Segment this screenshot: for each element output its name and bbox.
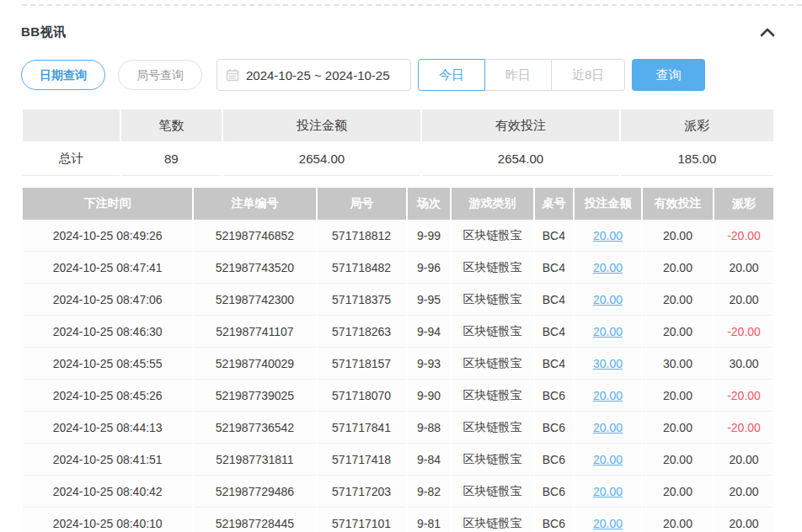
cell-session: 9-81 bbox=[408, 508, 451, 532]
summary-count: 89 bbox=[121, 141, 222, 176]
cell-table-id: BC4 bbox=[535, 316, 574, 348]
col-session: 场次 bbox=[408, 188, 451, 220]
cell-bet-time: 2024-10-25 08:49:26 bbox=[23, 220, 192, 252]
cell-bet-time: 2024-10-25 08:45:55 bbox=[23, 348, 192, 380]
cell-game-type: 区块链骰宝 bbox=[452, 476, 532, 508]
cell-valid-bet: 20.00 bbox=[643, 220, 713, 252]
cell-game-type: 区块链骰宝 bbox=[452, 252, 532, 284]
round-query-tab[interactable]: 局号查询 bbox=[118, 60, 202, 90]
table-row: 2024-10-25 08:44:13521987736542571717841… bbox=[23, 412, 773, 444]
date-query-tab[interactable]: 日期查询 bbox=[21, 60, 105, 90]
cell-payout: -20.00 bbox=[714, 412, 773, 444]
quick-range-group: 今日 昨日 近8日 bbox=[418, 59, 625, 91]
page-title: BB视讯 bbox=[21, 24, 67, 40]
cell-game-type: 区块链骰宝 bbox=[452, 220, 532, 252]
bet-amount-link[interactable]: 20.00 bbox=[593, 485, 623, 498]
summary-col-valid-bet: 有效投注 bbox=[422, 109, 619, 141]
collapse-button[interactable] bbox=[760, 28, 775, 37]
cell-table-id: BC4 bbox=[535, 284, 574, 316]
cell-bet-amount: 20.00 bbox=[575, 284, 641, 316]
tab-yesterday[interactable]: 昨日 bbox=[484, 59, 552, 91]
summary-col-bet-amount: 投注金额 bbox=[223, 109, 420, 141]
cell-session: 9-93 bbox=[408, 348, 451, 380]
cell-round-id: 571717101 bbox=[318, 508, 406, 532]
bet-amount-link[interactable]: 20.00 bbox=[593, 453, 623, 466]
cell-payout: -20.00 bbox=[714, 316, 773, 348]
bet-amount-link[interactable]: 20.00 bbox=[593, 293, 623, 306]
table-row: 2024-10-25 08:49:26521987746852571718812… bbox=[23, 220, 773, 252]
cell-round-id: 571718157 bbox=[318, 348, 406, 380]
table-row: 2024-10-25 08:47:41521987743520571718482… bbox=[23, 252, 773, 284]
records-body: 2024-10-25 08:49:26521987746852571718812… bbox=[23, 220, 773, 532]
bet-amount-link[interactable]: 20.00 bbox=[593, 421, 623, 434]
calendar-icon bbox=[226, 68, 239, 82]
bet-amount-link[interactable]: 20.00 bbox=[593, 229, 623, 242]
col-bet-amount: 投注金额 bbox=[575, 188, 641, 220]
cell-session: 9-99 bbox=[408, 220, 451, 252]
summary-total-label: 总计 bbox=[23, 141, 120, 176]
table-row: 2024-10-25 08:41:51521987731811571717418… bbox=[23, 444, 773, 476]
cell-bet-amount: 20.00 bbox=[575, 316, 641, 348]
cell-round-id: 571717418 bbox=[318, 444, 406, 476]
cell-round-id: 571717841 bbox=[318, 412, 406, 444]
col-order-id: 注单编号 bbox=[194, 188, 315, 220]
cell-valid-bet: 20.00 bbox=[643, 252, 713, 284]
bet-amount-link[interactable]: 20.00 bbox=[593, 325, 623, 338]
cell-bet-time: 2024-10-25 08:40:42 bbox=[23, 476, 192, 508]
col-bet-time: 下注时间 bbox=[23, 188, 192, 220]
search-button[interactable]: 查询 bbox=[632, 59, 705, 91]
bet-amount-link[interactable]: 20.00 bbox=[593, 389, 623, 402]
bet-amount-link[interactable]: 30.00 bbox=[593, 357, 623, 370]
cell-valid-bet: 20.00 bbox=[643, 284, 713, 316]
cell-payout: 20.00 bbox=[714, 284, 773, 316]
cell-session: 9-88 bbox=[408, 412, 451, 444]
cell-payout: -20.00 bbox=[714, 380, 773, 412]
cell-table-id: BC6 bbox=[535, 380, 574, 412]
cell-table-id: BC4 bbox=[535, 348, 574, 380]
cell-order-id: 521987746852 bbox=[194, 220, 315, 252]
cell-bet-time: 2024-10-25 08:44:13 bbox=[23, 412, 192, 444]
cell-valid-bet: 20.00 bbox=[643, 444, 713, 476]
cell-payout: 20.00 bbox=[714, 508, 773, 532]
cell-bet-amount: 20.00 bbox=[575, 252, 641, 284]
table-row: 2024-10-25 08:47:06521987742300571718375… bbox=[23, 284, 773, 316]
cell-session: 9-94 bbox=[408, 316, 451, 348]
cell-payout: 20.00 bbox=[714, 476, 773, 508]
cell-bet-time: 2024-10-25 08:40:10 bbox=[23, 508, 192, 532]
cell-payout: -20.00 bbox=[714, 220, 773, 252]
cell-valid-bet: 20.00 bbox=[643, 508, 713, 532]
table-row: 2024-10-25 08:40:42521987729486571717203… bbox=[23, 476, 773, 508]
cell-valid-bet: 20.00 bbox=[643, 476, 713, 508]
cell-payout: 20.00 bbox=[714, 252, 773, 284]
section-header: BB视讯 bbox=[21, 24, 775, 40]
tab-today[interactable]: 今日 bbox=[418, 59, 485, 91]
date-range-input[interactable]: 2024-10-25 ~ 2024-10-25 bbox=[217, 59, 411, 91]
cell-valid-bet: 20.00 bbox=[643, 412, 713, 444]
col-game-type: 游戏类别 bbox=[452, 188, 532, 220]
cell-bet-amount: 20.00 bbox=[575, 476, 641, 508]
table-row: 2024-10-25 08:45:26521987739025571718070… bbox=[23, 380, 773, 412]
cell-bet-amount: 20.00 bbox=[575, 444, 641, 476]
bet-amount-link[interactable]: 20.00 bbox=[593, 261, 623, 274]
cell-order-id: 521987728445 bbox=[194, 508, 315, 532]
cell-table-id: BC6 bbox=[535, 412, 574, 444]
cell-valid-bet: 20.00 bbox=[643, 380, 713, 412]
cell-bet-amount: 20.00 bbox=[575, 412, 641, 444]
summary-bet-amount: 2654.00 bbox=[223, 141, 420, 176]
bet-amount-link[interactable]: 20.00 bbox=[593, 517, 623, 530]
cell-order-id: 521987739025 bbox=[194, 380, 315, 412]
cell-table-id: BC4 bbox=[535, 252, 574, 284]
top-dashed-divider bbox=[22, 4, 802, 6]
cell-round-id: 571718263 bbox=[318, 316, 406, 348]
date-range-value: 2024-10-25 ~ 2024-10-25 bbox=[246, 68, 390, 82]
tab-last8days[interactable]: 近8日 bbox=[551, 59, 625, 91]
cell-round-id: 571718482 bbox=[318, 252, 406, 284]
cell-order-id: 521987741107 bbox=[194, 316, 315, 348]
col-round-id: 局号 bbox=[318, 188, 406, 220]
filter-bar: 日期查询 局号查询 2024-10-25 ~ 2024-10-25 今日 昨日 … bbox=[21, 59, 775, 91]
records-header-row: 下注时间 注单编号 局号 场次 游戏类别 桌号 投注金额 有效投注 派彩 bbox=[23, 188, 773, 220]
cell-session: 9-84 bbox=[408, 444, 451, 476]
cell-bet-time: 2024-10-25 08:47:06 bbox=[23, 284, 192, 316]
table-row: 2024-10-25 08:46:30521987741107571718263… bbox=[23, 316, 773, 348]
cell-table-id: BC6 bbox=[535, 508, 574, 532]
